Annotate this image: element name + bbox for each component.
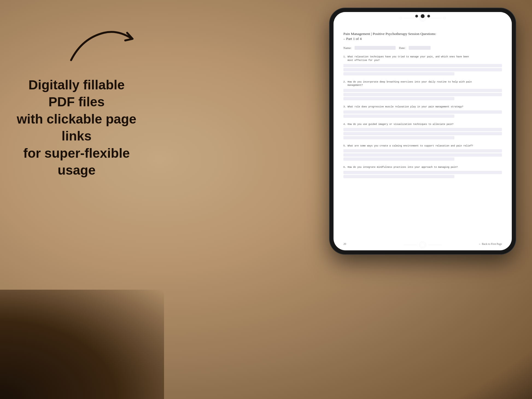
answer-line[interactable] — [343, 128, 502, 131]
answer-line[interactable] — [343, 171, 502, 174]
question-2: 2. How do you incorporate deep breathing… — [343, 80, 502, 101]
question-6-text: 6. How do you integrate mindfulness prac… — [343, 166, 502, 169]
bg-dark-overlay — [0, 290, 164, 399]
answer-line[interactable] — [343, 68, 502, 71]
tablet-screen: Pain Management | Positive Psychotherapy… — [334, 12, 512, 250]
pdf-subtitle: – Part 1 of 4 — [343, 37, 502, 41]
question-2-text: 2. How do you incorporate deep breathing… — [343, 80, 502, 87]
svg-point-7 — [420, 243, 425, 247]
camera-lens — [421, 14, 425, 18]
question-4: 4. How do you use guided imagery or visu… — [343, 123, 502, 139]
pdf-document: Pain Management | Positive Psychotherapy… — [334, 12, 512, 250]
answer-line[interactable] — [343, 136, 454, 139]
arrow-icon — [55, 16, 142, 71]
question-4-text: 4. How do you use guided imagery or visu… — [343, 123, 502, 126]
date-label: Date: — [399, 46, 405, 49]
camera-dot-left — [415, 15, 418, 17]
answer-line[interactable] — [343, 93, 502, 96]
answer-line[interactable] — [343, 97, 454, 100]
question-3-answers — [343, 110, 502, 118]
answer-line[interactable] — [343, 72, 454, 75]
promo-line1: Digitally fillable PDF files — [28, 78, 125, 109]
question-3-text: 3. What role does progressive muscle rel… — [343, 105, 502, 109]
question-5-text: 5. What are some ways you create a calmi… — [343, 144, 502, 148]
question-6-answers — [343, 171, 502, 178]
answer-line[interactable] — [343, 115, 454, 118]
question-5-answers — [343, 149, 502, 161]
name-field[interactable] — [355, 46, 396, 50]
name-label: Name: — [343, 46, 351, 49]
question-4-answers — [343, 128, 502, 139]
question-6: 6. How do you integrate mindfulness prac… — [343, 166, 502, 178]
answer-line[interactable] — [343, 157, 454, 161]
question-5: 5. What are some ways you create a calmi… — [343, 144, 502, 161]
tablet-camera — [415, 14, 430, 18]
answer-line[interactable] — [343, 153, 502, 157]
tablet: Pain Management | Positive Psychotherapy… — [330, 8, 516, 254]
answer-line[interactable] — [343, 175, 454, 178]
question-1-text: 1. What relaxation techniques have you t… — [343, 55, 502, 62]
arrow-container — [55, 16, 142, 71]
promo-line3: for super-flexible usage — [23, 146, 130, 177]
date-field[interactable] — [409, 46, 431, 50]
question-2-answers — [343, 89, 502, 100]
answer-line[interactable] — [343, 89, 502, 92]
pdf-bottom-decoration — [334, 239, 512, 250]
svg-point-6 — [419, 242, 426, 248]
answer-line[interactable] — [343, 149, 502, 152]
pdf-top-decoration — [334, 12, 512, 24]
pdf-title: Pain Management | Positive Psychotherapy… — [343, 32, 502, 36]
pdf-title-section: Pain Management | Positive Psychotherapy… — [343, 32, 502, 41]
answer-line[interactable] — [343, 64, 502, 67]
promo-line2: with clickable page links — [17, 112, 136, 143]
tablet-outer: Pain Management | Positive Psychotherapy… — [330, 8, 516, 254]
question-1-answers — [343, 64, 502, 75]
svg-point-5 — [443, 17, 446, 19]
answer-line[interactable] — [343, 132, 502, 135]
answer-line[interactable] — [343, 110, 502, 114]
question-3: 3. What role does progressive muscle rel… — [343, 105, 502, 118]
camera-dot-right — [427, 15, 430, 17]
svg-point-4 — [400, 17, 402, 19]
pdf-fields-row: Name: Date: — [343, 46, 502, 50]
promo-text: Digitally fillable PDF files with clicka… — [14, 77, 139, 179]
question-1: 1. What relaxation techniques have you t… — [343, 55, 502, 75]
